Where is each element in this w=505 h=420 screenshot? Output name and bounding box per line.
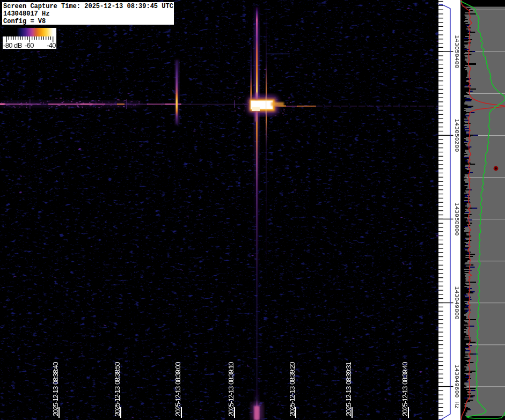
svg-text:143050200: 143050200 (453, 119, 460, 152)
svg-text:2025-12-13 08:38:50: 2025-12-13 08:38:50 (113, 362, 121, 416)
svg-text:143049600 Hz: 143049600 Hz (453, 364, 460, 409)
svg-text:2025-12-13 08:38:40: 2025-12-13 08:38:40 (52, 362, 60, 416)
svg-text:2025-12-13 08:39:31: 2025-12-13 08:39:31 (345, 362, 353, 416)
svg-text:2025-12-13 08:39:40: 2025-12-13 08:39:40 (401, 362, 409, 416)
svg-text:2025-12-13 08:39:10: 2025-12-13 08:39:10 (227, 362, 235, 416)
svg-text:143050000: 143050000 (453, 202, 460, 235)
svg-text:2025-12-13 08:39:00: 2025-12-13 08:39:00 (174, 362, 182, 416)
svg-text:2025-12-13 08:39:20: 2025-12-13 08:39:20 (288, 362, 296, 416)
svg-text:143049800: 143049800 (453, 286, 460, 320)
svg-text:143050400: 143050400 (453, 35, 460, 68)
